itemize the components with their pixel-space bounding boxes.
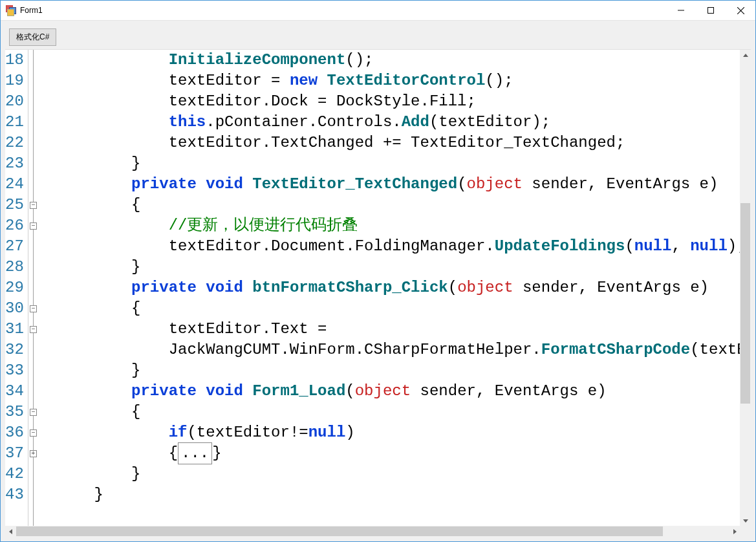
code-token: JackWangCUMT.WinForm.CSharpFormatHelper. (169, 340, 541, 360)
fold-marker[interactable]: − (30, 202, 37, 209)
line-number: 19 (5, 70, 24, 91)
code-editor[interactable]: 1819202122232425262728293031323334353637… (5, 50, 751, 537)
fold-marker[interactable]: − (30, 326, 37, 333)
code-token: new (290, 70, 318, 91)
window-title: Form1 (20, 6, 43, 15)
code-token (243, 174, 252, 195)
code-token: private (131, 381, 197, 402)
line-number: 35 (5, 402, 24, 422)
close-button[interactable] (726, 1, 755, 20)
code-token: object (355, 381, 411, 402)
code-token: } (212, 443, 221, 464)
maximize-button[interactable] (696, 1, 726, 20)
code-line[interactable]: } (57, 484, 751, 505)
code-token: TextEditor_TextChanged (252, 174, 457, 195)
code-token: btnFormatCSharp_Click (252, 277, 448, 298)
code-line[interactable]: InitializeComponent(); (57, 50, 751, 70)
code-token: textEditor.TextChanged += TextEditor_Tex… (169, 133, 625, 153)
line-number: 32 (5, 340, 24, 360)
code-line[interactable]: } (57, 153, 751, 174)
horizontal-scroll-thumb[interactable] (16, 526, 663, 536)
line-number: 34 (5, 381, 24, 402)
code-token: sender, EventArgs e) (523, 174, 718, 195)
editor-container: 1819202122232425262728293031323334353637… (5, 50, 751, 537)
code-token: textEditor.Document.FoldingManager. (169, 236, 495, 257)
code-token: object (457, 277, 513, 298)
code-token: FormatCSharpCode (541, 340, 690, 360)
scroll-down-arrow[interactable] (740, 515, 751, 526)
code-token: InitializeComponent (169, 50, 346, 70)
code-line[interactable]: private void btnFormatCSharp_Click(objec… (57, 277, 751, 298)
code-token: textEditor = (169, 70, 290, 91)
code-token: null (634, 236, 672, 257)
code-token: } (94, 484, 103, 505)
code-line[interactable]: private void TextEditor_TextChanged(obje… (57, 174, 751, 195)
scroll-left-arrow[interactable] (5, 526, 16, 537)
line-number: 22 (5, 133, 24, 153)
code-token: textEditor.Text = (169, 319, 336, 340)
code-line[interactable]: textEditor.Document.FoldingManager.Updat… (57, 236, 751, 257)
line-number: 30 (5, 298, 24, 319)
code-token (243, 277, 252, 298)
code-token: ( (457, 174, 466, 195)
code-token: (textEditor!= (187, 422, 308, 443)
line-number: 20 (5, 91, 24, 112)
code-token: //更新，以便进行代码折叠 (169, 215, 358, 236)
code-line[interactable]: textEditor.Dock = DockStyle.Fill; (57, 91, 751, 112)
fold-marker[interactable]: − (30, 305, 37, 312)
fold-gutter[interactable]: − − − − − − + (28, 50, 57, 537)
code-line[interactable]: } (57, 257, 751, 277)
code-token: { (131, 195, 140, 215)
code-token: { (131, 402, 140, 422)
code-line[interactable]: { (57, 298, 751, 319)
code-area[interactable]: InitializeComponent(); textEditor = new … (57, 50, 751, 537)
fold-marker[interactable]: + (30, 450, 37, 457)
code-line[interactable]: //更新，以便进行代码折叠 (57, 215, 751, 236)
scroll-right-arrow[interactable] (729, 526, 740, 537)
code-token: ( (625, 236, 634, 257)
fold-marker[interactable]: − (30, 409, 37, 416)
code-line[interactable]: { (57, 402, 751, 422)
code-token: ( (448, 277, 457, 298)
code-token: Add (402, 112, 429, 133)
code-line[interactable]: } (57, 464, 751, 484)
code-token: void (206, 381, 243, 402)
scroll-up-arrow[interactable] (740, 50, 751, 61)
code-line[interactable]: { (57, 195, 751, 215)
horizontal-scrollbar[interactable] (5, 526, 740, 537)
code-line[interactable]: textEditor.Text = (57, 319, 751, 340)
code-token (318, 70, 327, 91)
vertical-scroll-thumb[interactable] (740, 203, 750, 404)
code-token: if (169, 422, 188, 443)
code-line[interactable]: if(textEditor!=null) (57, 422, 751, 443)
code-token: private (131, 277, 197, 298)
line-number: 29 (5, 277, 24, 298)
code-token: ) (345, 422, 354, 443)
code-line[interactable]: {...} (57, 443, 751, 464)
code-token: this (169, 112, 206, 133)
code-token: private (131, 174, 197, 195)
code-token: (); (485, 70, 513, 91)
code-token: { (169, 443, 178, 464)
line-number: 18 (5, 50, 24, 70)
code-line[interactable]: textEditor = new TextEditorControl(); (57, 70, 751, 91)
code-line[interactable]: } (57, 360, 751, 381)
code-line[interactable]: textEditor.TextChanged += TextEditor_Tex… (57, 133, 751, 153)
fold-marker[interactable]: − (30, 429, 37, 437)
code-token: UpdateFoldings (495, 236, 625, 257)
vertical-scrollbar[interactable] (740, 50, 751, 526)
line-number: 31 (5, 319, 24, 340)
fold-marker[interactable]: − (30, 222, 37, 230)
code-line[interactable]: JackWangCUMT.WinForm.CSharpFormatHelper.… (57, 340, 751, 360)
line-number: 27 (5, 236, 24, 257)
line-number: 23 (5, 153, 24, 174)
code-line[interactable]: private void Form1_Load(object sender, E… (57, 381, 751, 402)
code-token: , (671, 236, 690, 257)
format-csharp-button[interactable]: 格式化C# (9, 28, 56, 46)
code-line[interactable]: this.pContainer.Controls.Add(textEditor)… (57, 112, 751, 133)
code-token (197, 174, 206, 195)
code-token: .pContainer.Controls. (206, 112, 401, 133)
line-number: 33 (5, 360, 24, 381)
minimize-button[interactable] (666, 1, 696, 20)
line-number: 36 (5, 422, 24, 443)
